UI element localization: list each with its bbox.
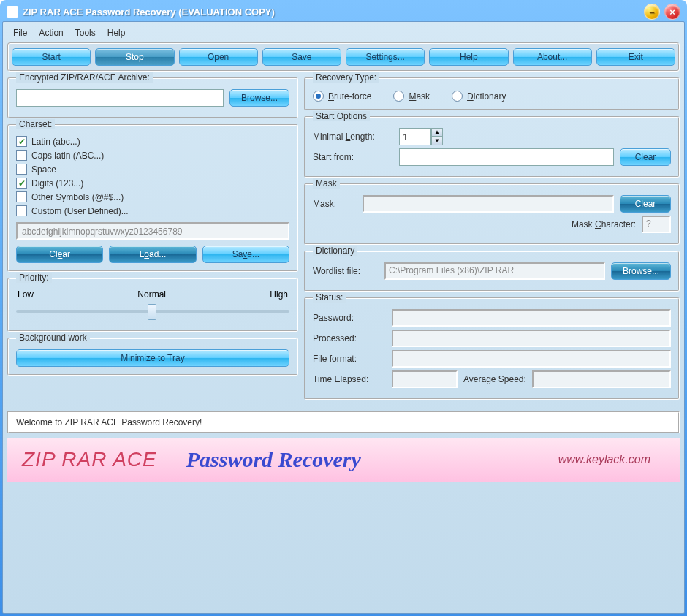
statusbar-text: Welcome to ZIP RAR ACE Password Recovery… bbox=[16, 417, 202, 427]
settings-button[interactable]: Settings... bbox=[346, 48, 425, 66]
archive-group: Encrypted ZIP/RAR/ACE Archive: Browse... bbox=[7, 77, 298, 118]
dictionary-group: Dictionary Wordlist file: C:\Program Fil… bbox=[304, 251, 680, 292]
charset-preview: abcdefghijklmnopqrstuvwxyz0123456789 bbox=[16, 222, 289, 240]
charset-digits-checkbox[interactable] bbox=[16, 178, 27, 189]
about-button[interactable]: About... bbox=[513, 48, 592, 66]
app-icon bbox=[7, 6, 18, 18]
wordlist-label: Wordlist file: bbox=[313, 266, 379, 276]
status-group-title: Status: bbox=[313, 292, 346, 303]
minlen-spinner[interactable]: ▲ ▼ bbox=[399, 128, 443, 145]
statusbar: Welcome to ZIP RAR ACE Password Recovery… bbox=[7, 411, 680, 433]
priority-high-label: High bbox=[270, 289, 288, 300]
charset-symbols-checkbox[interactable] bbox=[16, 191, 27, 202]
banner: ZIP RAR ACE Password Recovery www.keylac… bbox=[7, 438, 680, 482]
banner-title1: ZIP RAR ACE bbox=[22, 448, 157, 471]
charset-custom-checkbox[interactable] bbox=[16, 205, 27, 216]
charset-save-button[interactable]: Save... bbox=[202, 246, 289, 263]
recovery-group-title: Recovery Type: bbox=[313, 72, 379, 83]
spinner-down-icon[interactable]: ▼ bbox=[431, 137, 443, 145]
menu-action[interactable]: Action bbox=[39, 28, 63, 38]
charset-group-title: Charset: bbox=[16, 119, 55, 129]
spinner-up-icon[interactable]: ▲ bbox=[431, 128, 443, 137]
recovery-brute-radio[interactable] bbox=[313, 91, 324, 102]
save-button[interactable]: Save bbox=[262, 48, 341, 66]
wordlist-input[interactable]: C:\Program Files (x86)\ZIP RAR bbox=[384, 262, 605, 280]
banner-title2: Password Recovery bbox=[186, 447, 361, 472]
bgwork-group-title: Background work bbox=[16, 332, 90, 343]
recovery-mask-radio[interactable] bbox=[393, 91, 404, 102]
charset-load-button[interactable]: Load... bbox=[109, 246, 196, 263]
recovery-brute-label: Brute-force bbox=[328, 91, 371, 102]
window-title: ZIP RAR ACE Password Recovery (EVALUATIO… bbox=[23, 7, 275, 18]
menu-help[interactable]: Help bbox=[107, 28, 126, 38]
charset-latin-label: Latin (abc...) bbox=[31, 137, 80, 147]
dictionary-group-title: Dictionary bbox=[313, 246, 357, 256]
charset-symbols-label: Other Symbols (@#$...) bbox=[31, 192, 124, 202]
priority-group: Priority: Low Normal High bbox=[7, 278, 298, 332]
minimize-button[interactable]: – bbox=[644, 4, 660, 20]
priority-slider[interactable] bbox=[16, 303, 289, 320]
timeelapsed-label: Time Elapsed: bbox=[313, 374, 386, 384]
archive-browse-button[interactable]: Browse... bbox=[229, 89, 289, 107]
status-group: Status: Password: Processed: File format… bbox=[304, 297, 680, 400]
minimize-tray-button[interactable]: Minimize to Tray bbox=[16, 349, 289, 367]
recovery-dict-radio[interactable] bbox=[452, 91, 463, 102]
maskchar-label: Mask Character: bbox=[572, 219, 636, 229]
startfrom-label: Start from: bbox=[313, 152, 393, 162]
charset-space-label: Space bbox=[31, 164, 56, 175]
dictionary-browse-button[interactable]: Browse... bbox=[611, 262, 671, 280]
priority-normal-label: Normal bbox=[137, 289, 166, 300]
archive-group-title: Encrypted ZIP/RAR/ACE Archive: bbox=[16, 72, 153, 83]
mask-input[interactable] bbox=[363, 195, 614, 213]
charset-digits-label: Digits (123...) bbox=[31, 178, 83, 189]
recovery-mask-label: Mask bbox=[409, 91, 430, 102]
avgspeed-label: Average Speed: bbox=[463, 374, 526, 384]
startopts-clear-button[interactable]: Clear bbox=[620, 148, 671, 166]
minlen-label: Minimal Length: bbox=[313, 132, 393, 142]
fileformat-label: File format: bbox=[313, 354, 386, 364]
charset-caps-checkbox[interactable] bbox=[16, 150, 27, 161]
mask-clear-button[interactable]: Clear bbox=[620, 195, 671, 213]
charset-custom-label: Custom (User Defined)... bbox=[31, 206, 129, 216]
mask-group: Mask Mask: Clear Mask Character: ? bbox=[304, 183, 680, 245]
avgspeed-value bbox=[532, 370, 671, 388]
menu-tools[interactable]: Tools bbox=[75, 28, 96, 38]
bgwork-group: Background work Minimize to Tray bbox=[7, 338, 298, 376]
charset-group: Charset: Latin (abc...) Caps latin (ABC.… bbox=[7, 124, 298, 272]
startfrom-input[interactable] bbox=[399, 148, 614, 166]
close-button[interactable]: × bbox=[664, 4, 680, 20]
menu-file[interactable]: File bbox=[13, 28, 27, 38]
minlen-input[interactable] bbox=[399, 128, 431, 145]
charset-space-checkbox[interactable] bbox=[16, 164, 27, 175]
menubar: File Action Tools Help bbox=[7, 25, 680, 42]
recovery-group: Recovery Type: Brute-force Mask Dicti bbox=[304, 77, 680, 110]
processed-label: Processed: bbox=[313, 333, 386, 343]
password-label: Password: bbox=[313, 313, 386, 323]
charset-caps-label: Caps latin (ABC...) bbox=[31, 151, 104, 161]
maskchar-input[interactable]: ? bbox=[642, 216, 671, 233]
priority-low-label: Low bbox=[18, 289, 34, 300]
charset-latin-checkbox[interactable] bbox=[16, 136, 27, 147]
charset-clear-button[interactable]: Clear bbox=[16, 246, 103, 263]
open-button[interactable]: Open bbox=[179, 48, 258, 66]
mask-group-title: Mask bbox=[313, 178, 340, 189]
stop-button[interactable]: Stop bbox=[95, 48, 174, 66]
mask-label: Mask: bbox=[313, 199, 357, 209]
help-button[interactable]: Help bbox=[429, 48, 508, 66]
password-value bbox=[392, 309, 671, 327]
priority-group-title: Priority: bbox=[16, 273, 52, 283]
timeelapsed-value bbox=[392, 370, 458, 388]
startopts-group-title: Start Options bbox=[313, 111, 370, 121]
titlebar: ZIP RAR ACE Password Recovery (EVALUATIO… bbox=[2, 2, 685, 21]
processed-value bbox=[392, 330, 671, 347]
startopts-group: Start Options Minimal Length: ▲ ▼ Start bbox=[304, 116, 680, 178]
banner-url: www.keylack.com bbox=[558, 453, 650, 466]
exit-button[interactable]: Exit bbox=[596, 48, 675, 66]
toolbar: Start Stop Open Save Settings... Help Ab… bbox=[7, 42, 680, 72]
archive-path-input[interactable] bbox=[16, 89, 224, 107]
fileformat-value bbox=[392, 350, 671, 368]
start-button[interactable]: Start bbox=[12, 48, 91, 66]
recovery-dict-label: Dictionary bbox=[467, 91, 506, 102]
